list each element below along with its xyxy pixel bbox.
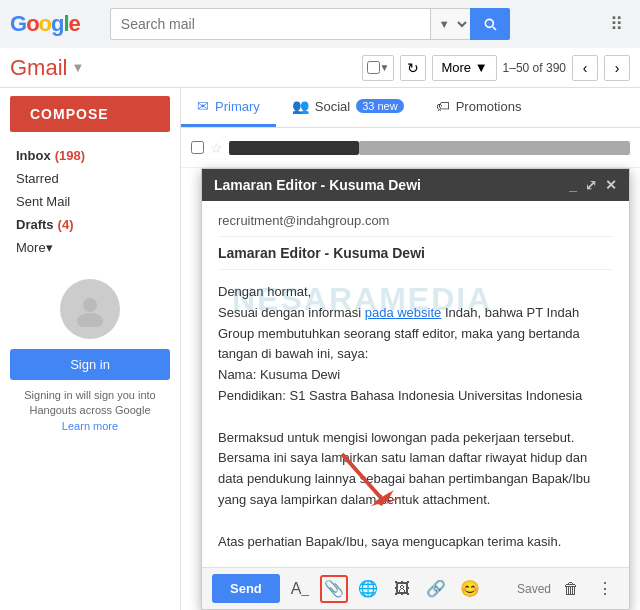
email-modal: Lamaran Editor - Kusuma Dewi _ ⤢ ✕ recru…	[201, 168, 630, 610]
insert-emoji-icon[interactable]: 😊	[456, 575, 484, 603]
minimize-icon[interactable]: _	[569, 177, 577, 193]
social-tab-badge: 33 new	[356, 99, 403, 113]
insert-link-icon[interactable]: 🌐	[354, 575, 382, 603]
insert-photo-icon[interactable]: 🖼	[388, 575, 416, 603]
sidebar-item-inbox[interactable]: Inbox (198)	[0, 144, 180, 167]
content-area: ✉ Primary 👥 Social 33 new 🏷 Promotions ☆	[180, 88, 640, 610]
more-button[interactable]: More ▼	[432, 55, 496, 81]
refresh-button[interactable]: ↻	[400, 55, 426, 81]
tab-promotions[interactable]: 🏷 Promotions	[420, 88, 538, 127]
learn-more-link[interactable]: Learn more	[62, 420, 118, 432]
modal-controls: _ ⤢ ✕	[569, 177, 617, 193]
modal-body: recruitment@indahgroup.com Lamaran Edito…	[202, 201, 629, 567]
gmail-header: Gmail ▼ ▼ ↻ More ▼ 1–50 of 390 ‹ ›	[0, 48, 640, 88]
apps-icon[interactable]: ⠿	[602, 10, 630, 38]
format-text-icon[interactable]: A_	[286, 575, 314, 603]
sidebar: COMPOSE Inbox (198) Starred Sent Mail Dr…	[0, 88, 180, 610]
tab-social[interactable]: 👥 Social 33 new	[276, 88, 420, 127]
primary-tab-label: Primary	[215, 99, 260, 114]
compose-button[interactable]: COMPOSE	[10, 96, 170, 132]
promotions-tab-icon: 🏷	[436, 98, 450, 114]
svg-point-0	[83, 298, 97, 312]
sidebar-item-more[interactable]: More▾	[0, 236, 180, 259]
email-checkbox[interactable]	[191, 141, 204, 154]
email-subject	[359, 141, 630, 155]
more-options-icon[interactable]: ⋮	[591, 575, 619, 603]
gmail-controls: ▼ ↻ More ▼ 1–50 of 390 ‹ ›	[362, 55, 630, 81]
checkbox-input[interactable]	[367, 61, 380, 74]
attach-file-icon[interactable]: 📎	[320, 575, 348, 603]
promotions-tab-label: Promotions	[456, 99, 522, 114]
social-tab-label: Social	[315, 99, 350, 114]
hangouts-section: Sign in Signing in will sign you intoHan…	[10, 279, 170, 434]
maximize-icon[interactable]: ⤢	[585, 177, 597, 193]
close-icon[interactable]: ✕	[605, 177, 617, 193]
prev-page-button[interactable]: ‹	[572, 55, 598, 81]
next-page-button[interactable]: ›	[604, 55, 630, 81]
star-icon[interactable]: ☆	[210, 140, 223, 156]
gmail-dropdown[interactable]: ▼	[71, 60, 84, 75]
modal-content: Dengan hormat, Sesuai dengan informasi p…	[218, 282, 613, 567]
modal-footer: Send A_ 📎 🌐 🖼 🔗 😊 Saved 🗑 ⋮	[202, 567, 629, 609]
search-input[interactable]	[110, 8, 430, 40]
hangouts-avatar	[60, 279, 120, 339]
svg-point-1	[77, 313, 103, 327]
insert-hyperlink-icon[interactable]: 🔗	[422, 575, 450, 603]
sidebar-item-starred[interactable]: Starred	[0, 167, 180, 190]
google-logo: Google	[10, 11, 80, 37]
email-sender	[229, 141, 359, 155]
search-bar: ▼	[110, 8, 592, 40]
modal-title: Lamaran Editor - Kusuma Dewi	[214, 177, 569, 193]
discard-button[interactable]: 🗑	[557, 575, 585, 603]
saved-indicator: Saved	[517, 582, 551, 596]
social-tab-icon: 👥	[292, 98, 309, 114]
main-layout: COMPOSE Inbox (198) Starred Sent Mail Dr…	[0, 88, 640, 610]
gmail-title: Gmail	[10, 55, 67, 81]
top-bar: Google ▼ ⠿	[0, 0, 640, 48]
search-dropdown[interactable]: ▼	[430, 8, 470, 40]
sidebar-item-sent[interactable]: Sent Mail	[0, 190, 180, 213]
sign-in-button[interactable]: Sign in	[10, 349, 170, 380]
send-button[interactable]: Send	[212, 574, 280, 603]
modal-subject: Lamaran Editor - Kusuma Dewi	[218, 245, 613, 270]
select-all-checkbox[interactable]: ▼	[362, 55, 395, 81]
primary-tab-icon: ✉	[197, 98, 209, 114]
tab-primary[interactable]: ✉ Primary	[181, 88, 276, 127]
pagination: 1–50 of 390	[503, 61, 566, 75]
sidebar-item-drafts[interactable]: Drafts (4)	[0, 213, 180, 236]
modal-header: Lamaran Editor - Kusuma Dewi _ ⤢ ✕	[202, 169, 629, 201]
tabs-bar: ✉ Primary 👥 Social 33 new 🏷 Promotions	[181, 88, 640, 128]
checkbox-dropdown-arrow[interactable]: ▼	[380, 62, 390, 73]
search-button[interactable]	[470, 8, 510, 40]
email-row[interactable]: ☆	[181, 128, 640, 168]
modal-to: recruitment@indahgroup.com	[218, 213, 613, 237]
hangouts-description: Signing in will sign you intoHangouts ac…	[10, 388, 170, 434]
